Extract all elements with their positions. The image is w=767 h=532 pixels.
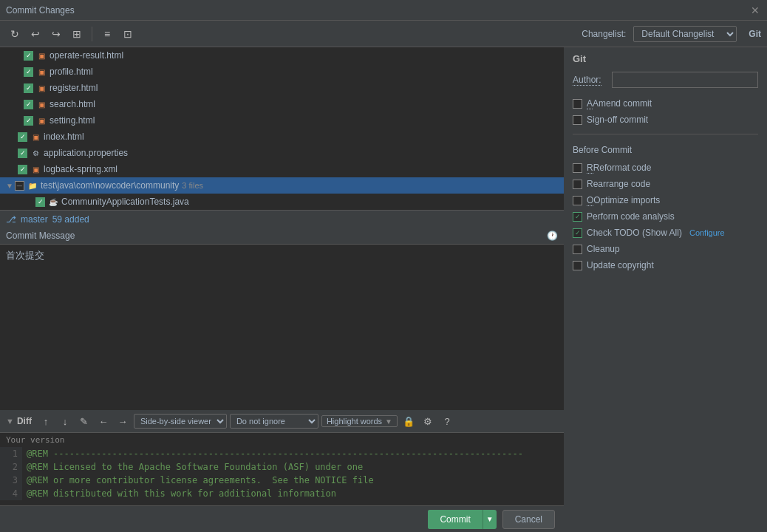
commit-button-group: Commit ▼ — [428, 510, 496, 529]
file-name: operate-result.html — [50, 50, 123, 61]
list-item[interactable]: ▣ operate-result.html — [0, 47, 564, 64]
git-section-title: Git — [573, 53, 758, 64]
list-item[interactable]: ▼ 📁 test\java\com\nowcoder\community 3 f… — [0, 177, 564, 194]
collapse-button[interactable]: ≡ — [98, 25, 116, 43]
html-icon: ▣ — [35, 50, 47, 61]
lock-icon[interactable]: 🔒 — [400, 413, 417, 429]
rearrange-code-row[interactable]: Rearrange code — [573, 177, 758, 191]
code-analysis-label: Perform code analysis — [587, 211, 675, 222]
undo-button[interactable]: ↩ — [27, 25, 44, 43]
file-checkbox[interactable] — [24, 67, 33, 77]
author-row: Author: — [573, 72, 758, 88]
file-name: register.html — [50, 83, 98, 93]
file-name: search.html — [50, 99, 95, 109]
optimize-label: OOptimize imports — [587, 195, 660, 205]
amend-checkbox[interactable] — [573, 99, 582, 109]
cleanup-checkbox[interactable] — [573, 245, 582, 254]
reformat-checkbox[interactable] — [573, 163, 582, 173]
commit-dropdown-icon[interactable]: ▼ — [483, 515, 497, 523]
viewer-select[interactable]: Side-by-side viewer Unified viewer — [134, 414, 227, 429]
line-content: @REM distributed with this work for addi… — [22, 487, 341, 500]
commit-button[interactable]: Commit — [428, 510, 483, 529]
file-checkbox[interactable] — [35, 197, 45, 207]
file-checkbox[interactable] — [18, 132, 27, 142]
folder-checkbox[interactable] — [15, 181, 24, 191]
author-input[interactable] — [612, 72, 758, 88]
html-icon: ▣ — [30, 131, 41, 143]
dropdown-icon[interactable]: ▼ — [385, 417, 392, 426]
list-item[interactable]: ▣ register.html — [0, 80, 564, 96]
cleanup-row[interactable]: Cleanup — [573, 242, 758, 256]
ignore-select[interactable]: Do not ignore Ignore whitespace — [230, 414, 318, 429]
line-number: 4 — [0, 487, 22, 500]
up-button[interactable]: ↑ — [38, 413, 54, 429]
check-todo-row[interactable]: Check TODO (Show All) Configure — [573, 226, 758, 239]
prev-button[interactable]: ← — [95, 413, 112, 429]
changelist-label: Changelist: — [582, 29, 626, 39]
clock-icon[interactable]: 🕐 — [547, 231, 558, 241]
update-copyright-row[interactable]: Update copyright — [573, 259, 758, 272]
optimize-checkbox[interactable] — [573, 196, 582, 205]
edit-button[interactable]: ✎ — [76, 413, 92, 429]
collapse-arrow-icon[interactable]: ▼ — [6, 182, 13, 190]
list-item[interactable]: ▣ search.html — [0, 96, 564, 112]
amend-commit-row[interactable]: AAmend commit — [573, 97, 758, 110]
check-todo-checkbox[interactable] — [573, 228, 582, 238]
diff-line: 2 @REM Licensed to the Apache Software F… — [0, 460, 564, 474]
expand-button[interactable]: ⊡ — [119, 25, 137, 43]
list-item[interactable]: ▣ profile.html — [0, 64, 564, 80]
update-copyright-checkbox[interactable] — [573, 261, 582, 270]
file-tree: ▣ operate-result.html ▣ profile.html ▣ r… — [0, 47, 564, 210]
signoff-commit-row[interactable]: Sign-off commit — [573, 113, 758, 126]
list-item[interactable]: ▣ setting.html — [0, 112, 564, 129]
list-item[interactable]: ▣ logback-spring.xml — [0, 161, 564, 177]
cancel-button[interactable]: Cancel — [502, 510, 555, 529]
redo-button[interactable]: ↪ — [47, 25, 65, 43]
commit-message-header: Commit Message 🕐 — [0, 228, 564, 245]
rearrange-checkbox[interactable] — [573, 180, 582, 189]
file-checkbox[interactable] — [24, 116, 33, 126]
gear-icon[interactable]: ⚙ — [420, 413, 436, 429]
code-analysis-row[interactable]: Perform code analysis — [573, 210, 758, 223]
reformat-code-row[interactable]: RReformat code — [573, 161, 758, 174]
file-checkbox[interactable] — [18, 165, 27, 174]
file-checkbox[interactable] — [18, 149, 27, 158]
list-item[interactable]: ⚙ application.properties — [0, 145, 564, 161]
rearrange-label: Rearrange code — [587, 179, 650, 189]
optimize-imports-row[interactable]: OOptimize imports — [573, 194, 758, 207]
update-copyright-label: Update copyright — [587, 260, 654, 270]
changelist-select[interactable]: Default Changelist — [633, 26, 737, 42]
down-button[interactable]: ↓ — [57, 413, 73, 429]
right-panel: Git Author: AAmend commit Sign-off commi… — [564, 47, 767, 532]
highlight-words-button[interactable]: Highlight words ▼ — [321, 415, 398, 427]
file-name: profile.html — [50, 66, 93, 77]
list-item[interactable]: ☕ CommunityApplicationTests.java — [0, 194, 564, 210]
file-name: setting.html — [50, 115, 95, 126]
file-checkbox[interactable] — [24, 100, 33, 109]
diff-button[interactable]: ⊞ — [68, 25, 86, 43]
left-panels: ▣ operate-result.html ▣ profile.html ▣ r… — [0, 47, 564, 532]
line-number: 3 — [0, 474, 22, 487]
bottom-bar: Commit ▼ Cancel — [0, 505, 564, 532]
refresh-button[interactable]: ↻ — [6, 25, 24, 43]
author-label: Author: — [573, 75, 606, 85]
list-item[interactable]: ▣ index.html — [0, 129, 564, 145]
configure-link[interactable]: Configure — [689, 228, 725, 237]
help-icon[interactable]: ? — [439, 413, 455, 429]
diff-line: 4 @REM distributed with this work for ad… — [0, 487, 564, 500]
diff-collapse-icon[interactable]: ▼ — [6, 417, 14, 426]
file-checkbox[interactable] — [24, 51, 33, 61]
file-count: 3 files — [182, 181, 203, 190]
code-analysis-checkbox[interactable] — [573, 212, 582, 222]
commit-message-input[interactable]: 首次提交 — [0, 245, 564, 410]
cleanup-label: Cleanup — [587, 244, 620, 254]
line-number: 2 — [0, 460, 22, 474]
next-button[interactable]: → — [115, 413, 131, 429]
props-icon: ⚙ — [30, 147, 41, 159]
branch-name: master — [21, 214, 48, 225]
file-name: application.properties — [44, 148, 128, 158]
close-button[interactable]: ✕ — [749, 4, 761, 16]
version-label: Your version — [0, 433, 564, 447]
file-checkbox[interactable] — [24, 83, 33, 93]
signoff-checkbox[interactable] — [573, 115, 582, 125]
